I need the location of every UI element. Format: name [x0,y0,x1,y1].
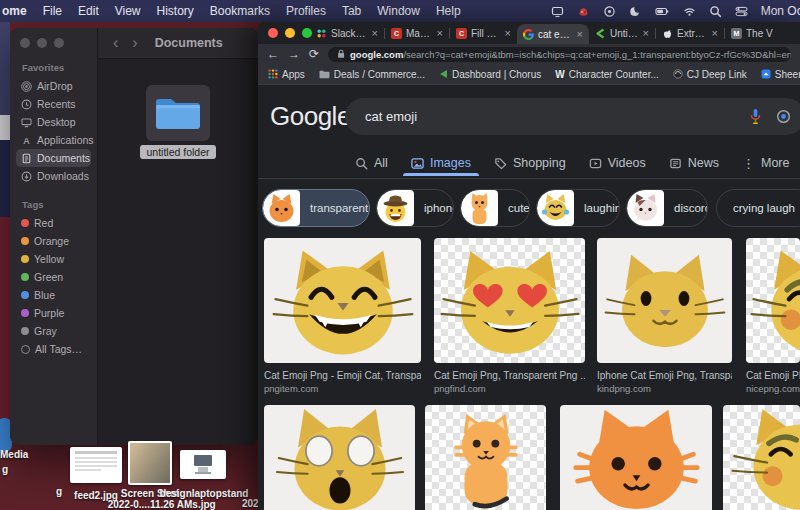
tab-title: Mac Tips [406,28,433,39]
menu-item-tab[interactable]: Tab [342,4,361,18]
tab-cat-emoji-active[interactable]: cat emoji × [517,24,589,44]
result-image-heart-eyes-cat[interactable] [434,238,585,363]
result-domain[interactable]: pngfind.com [434,383,585,394]
result-domain[interactable]: kindpng.com [597,383,732,394]
menu-item-view[interactable]: View [115,4,141,18]
app-menu-partial[interactable]: ome [2,4,27,18]
menu-item-file[interactable]: File [43,4,62,18]
tag-green[interactable]: Green [16,268,91,286]
back-chevron-icon[interactable]: ‹ [108,35,123,51]
sidebar-item-documents[interactable]: Documents [16,149,91,167]
file-feed2-thumbnail[interactable] [70,447,122,483]
chip-cute[interactable]: cute [460,189,530,227]
result-image-neutral-cat[interactable] [597,238,732,363]
tab-slack[interactable]: Slack | A × [310,22,384,44]
bookmark-apps[interactable]: Apps [268,69,305,80]
tab-close-icon[interactable]: × [577,28,583,40]
bookmark-character-counter[interactable]: W Character Counter... [555,69,659,80]
result-title[interactable]: Iphone Cat Emoji Png, Transpar... [597,370,732,381]
result-image-grinning-cat[interactable] [264,238,421,363]
result-domain[interactable]: nicepng.com [746,383,800,394]
tag-yellow[interactable]: Yellow [16,250,91,268]
chip-transparent[interactable]: transparent [262,189,370,227]
wifi-icon[interactable] [683,5,696,18]
tag-purple[interactable]: Purple [16,304,91,322]
address-bar[interactable]: google.com/search?q=cat+emoji&tbm=isch&c… [328,47,791,62]
finder-traffic-lights[interactable] [16,38,91,48]
tab-images[interactable]: Images [411,156,471,170]
menu-item-help[interactable]: Help [436,4,461,18]
file-label[interactable]: besignlaptopstands.jpg [154,488,254,510]
tag-all-tags[interactable]: All Tags… [16,340,91,358]
result-image-orange-cat-face[interactable] [560,405,712,510]
tab-close-icon[interactable]: × [712,27,718,39]
chip-laughing[interactable]: laughing [536,189,620,227]
tag-orange[interactable]: Orange [16,232,91,250]
sidebar-item-applications[interactable]: A Applications [16,131,91,149]
selected-folder[interactable] [146,85,210,141]
file-laptopstand-thumbnail[interactable] [180,450,226,479]
tab-close-icon[interactable]: × [437,27,443,39]
tab-videos[interactable]: Videos [589,156,646,170]
result-image-partial-cat-2[interactable] [723,405,800,510]
tab-news[interactable]: News [669,156,719,170]
tag-gray[interactable]: Gray [16,322,91,340]
tab-untitled[interactable]: Untitled × [589,22,655,44]
file-screenshot-thumbnail[interactable] [128,441,172,485]
tab-close-icon[interactable]: × [372,27,378,39]
result-image-cartoon-kitten[interactable] [425,405,546,510]
menu-clock[interactable]: Mon Oct [761,4,800,18]
result-image-weary-cat[interactable] [264,405,415,510]
result-image-partial-cat[interactable] [746,238,800,363]
bookmark-cj-deep-link[interactable]: CJ Deep Link [673,69,747,80]
result-title[interactable]: Cat Emoji Png, Transparent Png ... [434,370,585,381]
google-logo[interactable]: Google [270,101,351,132]
focus-moon-icon[interactable] [629,5,642,18]
battery-icon[interactable] [655,5,670,18]
folder-label[interactable]: untitled folder [98,145,258,159]
chrome-traffic-lights[interactable] [268,28,312,38]
bookmark-chorus[interactable]: Dashboard | Chorus [439,69,541,80]
sidebar-item-desktop[interactable]: Desktop [16,113,91,131]
result-domain[interactable]: pngitem.com [264,383,421,394]
bookmark-label: Character Counter... [569,69,659,80]
tab-all[interactable]: All [355,156,388,170]
control-center-icon[interactable] [735,5,748,18]
menu-item-bookmarks[interactable]: Bookmarks [210,4,270,18]
tab-extract[interactable]: Extract a × [656,22,724,44]
chip-discord[interactable]: discord [626,189,708,227]
screen-mirroring-icon[interactable] [551,5,564,18]
menu-item-profiles[interactable]: Profiles [286,4,326,18]
tab-close-icon[interactable]: × [643,27,649,39]
spotlight-search-icon[interactable] [709,5,722,18]
tag-red[interactable]: Red [16,214,91,232]
result-title[interactable]: Cat Emoji PN [746,370,800,381]
sidebar-item-recents[interactable]: Recents [16,95,91,113]
sidebar-label: Applications [37,134,94,146]
tab-close-icon[interactable]: × [505,27,511,39]
menu-item-edit[interactable]: Edit [78,4,99,18]
menu-item-history[interactable]: History [157,4,194,18]
tab-mac-tips[interactable]: C Mac Tips × [385,22,449,44]
tab-more[interactable]: ⋮ More [742,156,789,171]
back-button[interactable]: ← [267,48,279,60]
chip-iphone[interactable]: iphone [376,189,454,227]
forward-button[interactable]: → [288,48,300,60]
extension-bug-icon[interactable] [577,5,590,18]
sidebar-item-downloads[interactable]: Downloads [16,167,91,185]
tab-fill-your[interactable]: C Fill your × [450,22,517,44]
forward-chevron-icon[interactable]: › [127,35,142,51]
reload-button[interactable]: ⟳ [309,48,319,60]
result-title[interactable]: Cat Emoji Png - Emoji Cat, Transpare... [264,370,421,381]
voice-search-icon[interactable] [749,108,762,126]
record-target-icon[interactable] [603,5,616,18]
bookmark-deals-folder[interactable]: Deals / Commerce... [319,69,425,80]
lens-search-icon[interactable] [776,109,791,124]
bookmark-airtable[interactable]: Sheena's AirTable [761,69,800,80]
tag-blue[interactable]: Blue [16,286,91,304]
menu-item-window[interactable]: Window [377,4,420,18]
chip-crying-laugh[interactable]: crying laugh [716,189,800,227]
search-box[interactable]: cat emoji [345,98,800,135]
sidebar-item-airdrop[interactable]: AirDrop [16,77,91,95]
tab-the-v[interactable]: M The V [725,22,795,44]
